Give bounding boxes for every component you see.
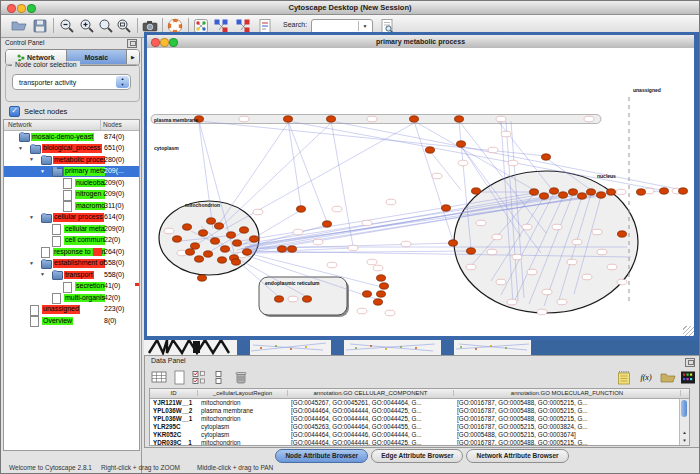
tree-row[interactable]: nitrogen compo209(0) [4, 189, 139, 201]
zoom-selected-icon[interactable] [96, 17, 116, 35]
network-node[interactable] [540, 193, 549, 199]
tree-row[interactable]: multi-organism pro42(0) [4, 292, 139, 304]
network-node[interactable] [380, 283, 389, 289]
tree-row[interactable]: ▼primary metabo209(... [4, 166, 139, 178]
tab-edge-attribute-browser[interactable]: Edge Attribute Browser [371, 449, 463, 463]
open-session-icon[interactable] [9, 17, 29, 35]
network-node[interactable] [377, 275, 386, 281]
network-node[interactable] [199, 230, 208, 236]
network-node[interactable] [569, 189, 578, 195]
network-node[interactable] [467, 248, 476, 254]
table-scrollbar[interactable]: ▲ ▼ [679, 399, 689, 445]
tree-row[interactable]: response to stimul264(0) [4, 246, 139, 258]
network-node[interactable] [275, 296, 284, 302]
delete-attribute-trash-icon[interactable] [232, 369, 250, 386]
zoom-in-icon[interactable] [77, 17, 97, 35]
network-canvas[interactable]: plasma membranecytoplasmmitochondrionnuc… [147, 48, 694, 336]
expander-icon[interactable]: ▼ [40, 168, 45, 174]
tree-row[interactable]: ▼biological_process651(0) [4, 143, 139, 155]
network-node[interactable] [449, 240, 458, 246]
network-node[interactable] [530, 189, 539, 195]
tree-row[interactable]: cell communicat22(0) [4, 235, 139, 247]
column-header[interactable]: annotation.GO CELLULAR_COMPONENT [288, 390, 454, 396]
tab-network-attribute-browser[interactable]: Network Attribute Browser [466, 449, 568, 463]
network-node[interactable] [278, 246, 287, 252]
tree-row[interactable]: Overview8(0) [4, 315, 139, 327]
network-node[interactable] [327, 116, 336, 122]
tab-overflow-arrow-icon[interactable]: ▶ [127, 50, 139, 65]
network-node[interactable] [240, 227, 249, 233]
network-node[interactable] [215, 223, 224, 229]
network-node[interactable] [221, 246, 230, 252]
tree-row[interactable]: cellular metabo209(0) [4, 223, 139, 235]
network-node[interactable] [323, 221, 332, 227]
import-attributes-folder-icon[interactable] [659, 369, 677, 386]
network-node[interactable] [377, 291, 386, 297]
network-node[interactable] [297, 206, 306, 212]
new-attribute-icon[interactable] [170, 369, 188, 386]
float-panel-icon[interactable] [127, 39, 137, 48]
scroll-up-icon[interactable]: ▲ [680, 429, 689, 437]
node-color-attribute-select[interactable]: transporter activity ▲▼ [12, 74, 131, 90]
data-panel-float-icon[interactable] [685, 358, 695, 367]
network-node[interactable] [363, 291, 372, 297]
tree-row[interactable]: ▼establishment of lo558(0) [4, 258, 139, 270]
network-node[interactable] [204, 251, 213, 257]
column-header[interactable]: ID [150, 390, 198, 396]
network-node[interactable] [198, 275, 207, 281]
network-node[interactable] [218, 257, 227, 263]
tab-node-attribute-browser[interactable]: Node Attribute Browser [275, 449, 368, 463]
expander-icon[interactable]: ▼ [29, 214, 34, 220]
network-node[interactable] [679, 188, 688, 194]
network-node[interactable] [457, 141, 466, 147]
table-row[interactable]: YKR052Ccytoplasm[GO:0044464, GO:0044446,… [150, 431, 689, 439]
network-node[interactable] [637, 189, 646, 195]
network-node[interactable] [183, 224, 192, 230]
expander-icon[interactable]: ▼ [29, 156, 34, 162]
tree-row[interactable]: ▼metabolic process280(0) [4, 154, 139, 166]
tree-row[interactable]: unassigned223(0) [4, 304, 139, 316]
table-row[interactable]: YPL036W__1mitochondrion[GO:0044464, GO:0… [150, 415, 689, 423]
select-nodes-checkbox[interactable]: ✓ [9, 106, 20, 117]
network-node[interactable] [191, 243, 200, 249]
unselect-attributes-icon[interactable] [210, 369, 228, 386]
network-node[interactable] [442, 205, 451, 211]
zoom-out-icon[interactable] [57, 17, 77, 35]
combo-arrows-icon[interactable]: ▲▼ [116, 76, 129, 88]
network-node[interactable] [243, 249, 252, 255]
table-row[interactable]: YLR295Ccytoplasm[GO:0045263, GO:0044464,… [150, 423, 689, 431]
expander-icon[interactable]: ▼ [18, 145, 23, 151]
search-dropdown-icon[interactable]: ▼ [358, 21, 371, 31]
network-node[interactable] [607, 189, 616, 195]
network-node[interactable] [597, 192, 606, 198]
table-scroll-thumb[interactable] [681, 400, 687, 417]
expander-icon[interactable]: ▼ [29, 260, 34, 266]
matrix-view-icon[interactable] [679, 369, 697, 386]
network-node[interactable] [410, 116, 419, 122]
tree-row[interactable]: nucleobase-209(0) [4, 177, 139, 189]
network-node[interactable] [374, 299, 383, 305]
attribute-grid-icon[interactable] [150, 369, 168, 386]
scroll-down-icon[interactable]: ▼ [680, 437, 689, 445]
select-attributes-icon[interactable] [190, 369, 208, 386]
network-node[interactable] [211, 238, 220, 244]
resize-grip-icon[interactable] [683, 326, 694, 336]
network-node[interactable] [227, 232, 236, 238]
table-row[interactable]: YPL036W__2plasma membrane[GO:0044464, GO… [150, 407, 689, 415]
zoom-fit-icon[interactable] [114, 17, 134, 35]
network-node[interactable] [542, 154, 551, 160]
tree-row[interactable]: mosaic-demo-yeast874(0) [4, 131, 139, 143]
notepad-icon[interactable] [615, 369, 633, 386]
network-node[interactable] [587, 189, 596, 195]
network-node[interactable] [233, 240, 242, 246]
network-node[interactable] [455, 116, 464, 122]
tree-row[interactable]: ▼transport558(0) [4, 269, 139, 281]
tree-row[interactable]: secretion41(0) [4, 281, 139, 293]
tree-row[interactable]: macromolecule311(0) [4, 200, 139, 212]
function-builder-icon[interactable]: f(x) [637, 369, 655, 386]
network-node[interactable] [550, 188, 559, 194]
network-node[interactable] [250, 236, 259, 242]
network-node[interactable] [472, 188, 481, 194]
network-node[interactable] [303, 296, 312, 302]
network-node[interactable] [173, 236, 182, 242]
